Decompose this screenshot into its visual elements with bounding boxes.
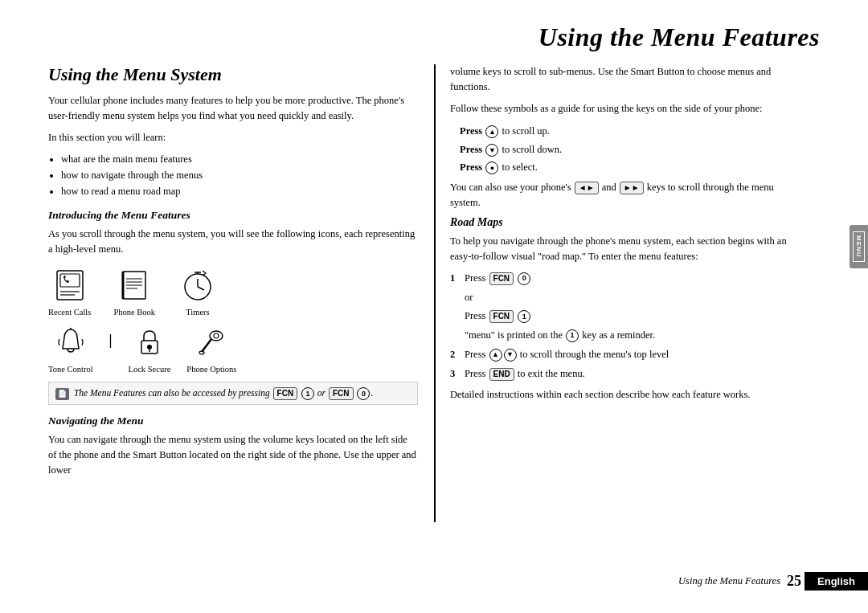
introducing-heading: Introducing the Menu Features xyxy=(48,209,418,222)
step-or: or xyxy=(450,290,796,305)
timers-icon xyxy=(178,265,218,305)
note-icon: 📄 xyxy=(55,388,69,401)
svg-rect-0 xyxy=(57,271,83,300)
navigating-heading: Navigating the Menu xyxy=(48,415,418,427)
navigating-text: You can navigate through the menu system… xyxy=(48,432,418,477)
numbered-list: 1 Press FCN 0 or Press FCN 1 "menu" is p… xyxy=(450,271,796,382)
page-title: Using the Menu Features xyxy=(538,22,820,52)
step-2-text: Press ▲▼ to scroll through the menu's to… xyxy=(465,347,669,362)
page-container: Using the Menu Features MENU Using the M… xyxy=(0,0,868,613)
key-1-note: 1 xyxy=(301,387,314,400)
key-0-step1: 0 xyxy=(518,272,530,285)
svg-point-17 xyxy=(147,345,152,349)
step-2: 2 Press ▲▼ to scroll through the menu's … xyxy=(450,347,796,362)
step-1-num: 1 xyxy=(450,271,460,286)
icon-timers: Timers xyxy=(178,265,218,318)
key-1-step: 1 xyxy=(518,310,530,323)
step-reminder: "menu" is printed on the 1 key as a remi… xyxy=(450,328,796,343)
follow-text: Follow these symbols as a guide for usin… xyxy=(450,101,796,116)
select-key: ● xyxy=(485,161,498,174)
step-press-fcn1: Press FCN 1 xyxy=(450,309,796,324)
fcn-key-note2: FCN xyxy=(329,387,354,400)
road-maps-intro: To help you navigate through the phone's… xyxy=(450,234,796,264)
svg-line-12 xyxy=(198,287,204,290)
svg-rect-1 xyxy=(60,274,80,287)
learn-list: what are the main menu features how to n… xyxy=(61,151,418,199)
press-up-line: Press ▲ to scroll up. xyxy=(460,122,796,141)
fcn-key-1: FCN xyxy=(489,272,514,285)
lock-secure-label: Lock Secure xyxy=(129,364,171,375)
footer: Using the Menu Features 25 English xyxy=(0,572,868,591)
recent-calls-label: Recent Calls xyxy=(48,307,91,318)
press-instructions: Press ▲ to scroll up. Press ▼ to scroll … xyxy=(457,122,796,177)
step-3: 3 Press END to exit the menu. xyxy=(450,366,796,382)
back-key: ◄► xyxy=(575,182,599,194)
learn-item-3: how to read a menu road map xyxy=(61,183,418,199)
phone-options-icon xyxy=(191,322,231,362)
key-up-step2: ▲ xyxy=(489,349,502,362)
tone-control-label: Tone Control xyxy=(48,364,93,375)
phone-book-label: Phone Book xyxy=(113,307,155,318)
road-maps-heading: Road Maps xyxy=(450,216,796,229)
column-divider xyxy=(434,64,436,522)
note-text: The Menu Features can also be accessed b… xyxy=(74,388,373,398)
fcn-key-2: FCN xyxy=(489,310,514,323)
page-title-bar: Using the Menu Features xyxy=(305,22,868,52)
key-0-note: 0 xyxy=(357,387,370,400)
left-column: Using the Menu System Your cellular phon… xyxy=(48,64,418,484)
icon-lock-secure: Lock Secure xyxy=(129,322,171,375)
right-column: volume keys to scroll to sub-menus. Use … xyxy=(450,64,820,409)
step-3-text: Press END to exit the menu. xyxy=(465,366,585,382)
forward-key: ►► xyxy=(620,182,644,194)
timers-label: Timers xyxy=(186,307,209,318)
recent-calls-icon xyxy=(50,265,90,305)
step-1: 1 Press FCN 0 xyxy=(450,271,796,286)
svg-point-20 xyxy=(214,333,219,338)
phone-book-icon xyxy=(114,265,154,305)
footer-page-number: 25 xyxy=(787,573,801,590)
divider-between-icons: | xyxy=(109,322,113,349)
footer-section-label: Using the Menu Features xyxy=(678,575,780,587)
detail-text: Detailed instructions within each sectio… xyxy=(450,387,796,403)
key-1-reminder: 1 xyxy=(566,329,579,342)
tone-control-icon xyxy=(51,322,91,362)
also-text: You can also use your phone's ◄► and ►► … xyxy=(450,180,796,210)
fcn-key-note1: FCN xyxy=(273,387,298,400)
lock-secure-icon xyxy=(129,322,170,362)
icon-phone-options: Phone Options xyxy=(186,322,236,375)
step-1-text: Press FCN 0 xyxy=(465,271,531,286)
icons-row-1: Recent Calls Phone Book xyxy=(48,265,418,318)
intro-paragraph: Your cellular phone includes many featur… xyxy=(48,93,418,124)
press-select-line: Press ● to select. xyxy=(460,158,796,177)
icons-row-2: Tone Control | Lock Secure xyxy=(48,322,418,375)
menu-tab-label: MENU xyxy=(853,231,865,262)
svg-line-21 xyxy=(202,339,211,352)
icon-tone-control: Tone Control xyxy=(48,322,93,375)
footer-language: English xyxy=(805,572,868,591)
step-3-num: 3 xyxy=(450,366,460,382)
up-key: ▲ xyxy=(485,125,498,138)
icon-phone-book: Phone Book xyxy=(113,265,155,318)
step-or-text: or xyxy=(465,290,473,305)
down-key: ▼ xyxy=(485,144,498,157)
press-down-line: Press ▼ to scroll down. xyxy=(460,141,796,159)
introducing-text: As you scroll through the menu system, y… xyxy=(48,227,418,257)
icon-recent-calls: Recent Calls xyxy=(48,265,91,318)
section-heading: Using the Menu System xyxy=(48,64,418,85)
step-reminder-text: "menu" is printed on the 1 key as a remi… xyxy=(465,328,655,343)
step-2-num: 2 xyxy=(450,347,460,362)
note-box: 📄 The Menu Features can also be accessed… xyxy=(48,382,418,405)
learn-item-1: what are the main menu features xyxy=(61,151,418,167)
svg-point-19 xyxy=(210,331,223,341)
menu-tab: MENU xyxy=(850,225,868,268)
end-key-step3: END xyxy=(489,368,514,381)
step-press-text: Press FCN 1 xyxy=(465,309,531,324)
learn-item-2: how to navigate through the menus xyxy=(61,167,418,183)
continue-text: volume keys to scroll to sub-menus. Use … xyxy=(450,64,796,95)
learn-intro: In this section you will learn: xyxy=(48,130,418,145)
phone-options-label: Phone Options xyxy=(186,364,236,375)
key-down-step2: ▼ xyxy=(504,349,517,362)
